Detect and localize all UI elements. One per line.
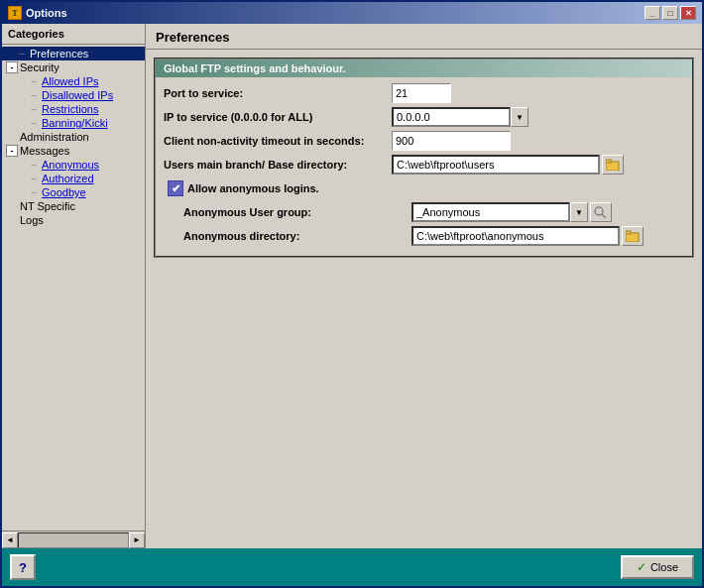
expand-icon: - <box>6 61 18 73</box>
sidebar-item-label: Restrictions <box>42 103 98 115</box>
line-icon: ─ <box>28 117 40 129</box>
sidebar-item-authorized[interactable]: ─ Authorized <box>2 172 145 185</box>
ip-dropdown-button[interactable]: ▼ <box>511 107 528 127</box>
anon-dir-input[interactable] <box>411 226 620 246</box>
user-group-dropdown-container: ▼ <box>411 202 612 222</box>
port-label: Port to service: <box>164 87 392 99</box>
line-icon: ─ <box>28 103 40 115</box>
anon-dir-row: Anonymous directory: <box>183 226 684 246</box>
scroll-right-button[interactable]: ► <box>129 532 145 548</box>
scrollbar-area: ◄ ► <box>2 530 145 548</box>
scroll-track[interactable] <box>18 532 129 548</box>
sidebar-item-label: Allowed IPs <box>42 75 98 87</box>
preferences-content: Global FTP settings and behaviour. Port … <box>146 50 702 548</box>
help-button[interactable]: ? <box>10 554 36 580</box>
checkbox-check-icon: ✔ <box>172 182 180 195</box>
left-panel: Categories ─ Preferences - Security ─ Al… <box>2 24 146 548</box>
sidebar-item-disallowed-ips[interactable]: ─ Disallowed IPs <box>2 88 145 102</box>
sidebar-item-label: Security <box>20 61 59 73</box>
maximize-button[interactable]: □ <box>662 6 678 20</box>
sidebar-item-label: NT Specific <box>20 200 75 212</box>
sidebar-item-banning[interactable]: ─ Banning/Kicki <box>2 116 145 130</box>
sidebar-item-label: Banning/Kicki <box>42 117 108 129</box>
window-title: Options <box>26 7 67 19</box>
right-panel: Preferences Global FTP settings and beha… <box>146 24 702 548</box>
line-icon: ─ <box>28 89 40 101</box>
line-icon: ─ <box>28 75 40 87</box>
anonymous-checkbox-row: ✔ Allow anonymous logins. <box>164 180 684 196</box>
base-dir-row: Users main branch/ Base directory: <box>164 155 684 175</box>
app-icon: T <box>8 6 22 20</box>
line-icon: ─ <box>28 186 40 198</box>
categories-header: Categories <box>2 24 145 45</box>
anon-dir-label: Anonymous directory: <box>183 230 411 242</box>
sidebar-item-label: Messages <box>20 145 69 157</box>
user-group-input[interactable] <box>411 202 570 222</box>
svg-rect-5 <box>626 231 631 234</box>
line-icon: ─ <box>16 48 28 59</box>
sidebar-item-administration[interactable]: Administration <box>2 130 145 144</box>
ftp-settings-section: Global FTP settings and behaviour. Port … <box>154 58 694 258</box>
base-dir-input[interactable] <box>392 155 600 175</box>
key-icon <box>594 206 608 218</box>
svg-line-3 <box>602 214 607 218</box>
base-dir-browse-button[interactable] <box>602 155 624 175</box>
ip-input[interactable] <box>392 107 511 127</box>
main-layout: Categories ─ Preferences - Security ─ Al… <box>2 24 702 548</box>
folder-browse-icon <box>606 159 620 171</box>
minimize-button[interactable]: _ <box>645 6 660 20</box>
sidebar-item-label: Anonymous <box>42 159 99 171</box>
timeout-label: Client non-activity timeout in seconds: <box>164 135 392 147</box>
title-bar: T Options _ □ ✕ <box>2 2 702 24</box>
sidebar-item-anonymous[interactable]: ─ Anonymous <box>2 158 145 172</box>
anon-dir-container <box>411 226 644 246</box>
svg-point-2 <box>595 207 603 215</box>
section-content: Port to service: IP to service (0.0.0.0 … <box>156 77 692 256</box>
ip-dropdown-container: ▼ <box>392 107 528 127</box>
timeout-row: Client non-activity timeout in seconds: <box>164 131 684 151</box>
options-window: T Options _ □ ✕ Categories ─ Preferences… <box>0 0 704 588</box>
sidebar-item-label: Disallowed IPs <box>42 89 113 101</box>
user-group-label: Anonymous User group: <box>183 206 411 218</box>
window-close-button[interactable]: ✕ <box>680 6 696 20</box>
line-icon: ─ <box>28 159 40 171</box>
sidebar-item-security[interactable]: - Security <box>2 60 145 74</box>
title-bar-left: T Options <box>8 6 67 20</box>
sidebar-item-logs[interactable]: Logs <box>2 213 145 227</box>
preferences-header: Preferences <box>146 24 702 50</box>
bottom-bar: ? ✓ Close <box>2 548 702 586</box>
title-buttons: _ □ ✕ <box>645 6 696 20</box>
sidebar-item-label: Authorized <box>42 173 94 184</box>
sidebar-item-messages[interactable]: - Messages <box>2 144 145 158</box>
sidebar-item-label: Preferences <box>30 48 88 59</box>
timeout-input[interactable] <box>392 131 511 151</box>
tree-area: ─ Preferences - Security ─ Allowed IPs ─… <box>2 45 145 530</box>
expand-icon: - <box>6 145 18 157</box>
scroll-left-button[interactable]: ◄ <box>2 532 18 548</box>
anonymous-section: Anonymous User group: ▼ <box>183 202 684 246</box>
user-group-row: Anonymous User group: ▼ <box>183 202 684 222</box>
sidebar-item-restrictions[interactable]: ─ Restrictions <box>2 102 145 116</box>
sidebar-item-goodbye[interactable]: ─ Goodbye <box>2 185 145 199</box>
sidebar-item-preferences[interactable]: ─ Preferences <box>2 47 145 60</box>
port-input[interactable] <box>392 83 451 103</box>
section-title: Global FTP settings and behaviour. <box>156 59 692 77</box>
base-dir-container <box>392 155 624 175</box>
ip-label: IP to service (0.0.0.0 for ALL) <box>164 111 392 123</box>
sidebar-item-nt-specific[interactable]: NT Specific <box>2 199 145 213</box>
anon-dir-browse-button[interactable] <box>622 226 644 246</box>
close-button[interactable]: ✓ Close <box>621 555 694 579</box>
anonymous-checkbox-label: Allow anonymous logins. <box>187 182 319 194</box>
anonymous-checkbox[interactable]: ✔ <box>168 180 183 196</box>
user-group-dropdown-button[interactable]: ▼ <box>570 202 588 222</box>
port-row: Port to service: <box>164 83 684 103</box>
sidebar-item-label: Goodbye <box>42 186 86 198</box>
folder-browse-icon-2 <box>626 230 640 242</box>
sidebar-item-label: Administration <box>20 131 89 143</box>
user-group-browse-button[interactable] <box>590 202 612 222</box>
check-icon: ✓ <box>637 560 646 574</box>
ip-row: IP to service (0.0.0.0 for ALL) ▼ <box>164 107 684 127</box>
line-icon: ─ <box>28 173 40 184</box>
sidebar-item-allowed-ips[interactable]: ─ Allowed IPs <box>2 74 145 88</box>
sidebar-item-label: Logs <box>20 214 44 226</box>
